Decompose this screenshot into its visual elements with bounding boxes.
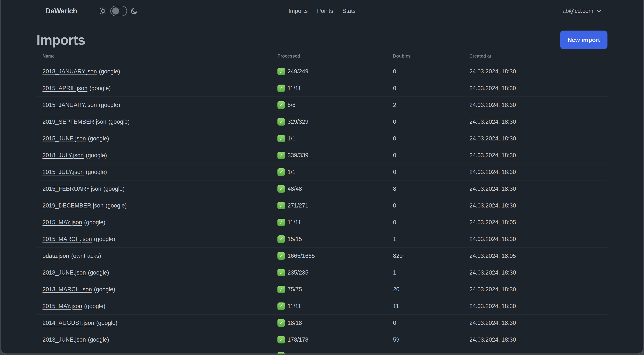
account-menu[interactable]: ab@cd.com: [562, 8, 602, 14]
check-emoji-icon: ✓: [278, 101, 285, 109]
check-emoji-icon: ✓: [278, 235, 285, 243]
created-at: 24.03.2024, 18:30: [470, 186, 608, 192]
created-at: 24.03.2024, 18:30: [470, 286, 608, 293]
app-logo[interactable]: DaWarIch: [46, 7, 77, 15]
processed-cell: ✓ 11/11: [278, 303, 393, 310]
file-source: (google): [99, 102, 120, 108]
processed-cell: ✓ 339/339: [278, 152, 393, 159]
processed-count: 271/271: [288, 202, 308, 209]
file-source: (google): [88, 336, 109, 343]
column-header-processed: Processed: [278, 53, 393, 59]
table-row: 2013_MARCH.json(google) ✓ 75/75 20 24.03…: [36, 281, 608, 298]
doubles-count: 1: [393, 269, 470, 276]
file-link[interactable]: 2015_MAY.json: [42, 219, 82, 226]
main-content: Imports New import Name Processed Double…: [36, 30, 608, 354]
column-header-doubles: Doubles: [393, 53, 470, 59]
chevron-down-icon: [596, 9, 602, 13]
doubles-count: 0: [393, 118, 470, 125]
table-row: 2018_JUNE.json(google) ✓ 235/235 1 24.03…: [36, 264, 608, 281]
file-link[interactable]: 2019_SEPTEMBER.json: [42, 118, 106, 125]
table-row: 2015_APRIL.json(google) ✓ 11/11 0 24.03.…: [36, 80, 608, 96]
nav-link-imports[interactable]: Imports: [288, 8, 308, 14]
file-link[interactable]: 2018_JANUARY.json: [42, 68, 97, 75]
doubles-count: 0: [393, 135, 470, 142]
file-link[interactable]: 2015_JUNE.json: [42, 135, 86, 142]
nav-link-stats[interactable]: Stats: [342, 8, 356, 14]
file-source: (google): [86, 169, 107, 175]
new-import-button[interactable]: New import: [560, 30, 608, 49]
file-link[interactable]: 2015_APRIL.json: [42, 85, 88, 91]
file-source: (google): [84, 303, 106, 309]
created-at: 24.03.2024, 18:05: [470, 253, 608, 259]
processed-cell: ✓ 1/1: [278, 168, 393, 176]
check-emoji-icon: ✓: [278, 286, 285, 293]
processed-cell: ✓ 178/178: [278, 336, 393, 344]
nav-link-points[interactable]: Points: [317, 8, 333, 14]
processed-count: 1/1: [288, 135, 296, 142]
file-source: (google): [94, 286, 115, 293]
created-at: 24.03.2024, 18:30: [470, 269, 608, 276]
created-at: 24.03.2024, 18:30: [470, 85, 608, 92]
column-header-created-at: Created at: [470, 53, 608, 59]
doubles-count: 20: [393, 286, 470, 293]
processed-cell: ✓ 8/8: [278, 101, 393, 109]
navbar: DaWarIch: [1, 0, 643, 22]
main-nav: Imports Points Stats: [288, 8, 356, 14]
account-email: ab@cd.com: [562, 8, 593, 14]
file-link[interactable]: 2013_MARCH.json: [42, 286, 92, 293]
processed-cell: ✓ 48/48: [278, 185, 393, 193]
doubles-count: 0: [393, 219, 470, 226]
name-cell: odata.json(owntracks): [36, 253, 278, 259]
file-source: (google): [99, 68, 120, 75]
created-at: 24.03.2024, 18:30: [470, 202, 608, 209]
name-cell: 2015_MAY.json(google): [36, 303, 278, 310]
processed-cell: ✓ 18/18: [278, 319, 393, 327]
table-row: 2015_JUNE.json(google) ✓ 1/1 0 24.03.202…: [36, 130, 608, 147]
table-row: 2019_DECEMBER.json(google) ✓ 271/271 0 2…: [36, 197, 608, 214]
check-emoji-icon: ✓: [278, 168, 285, 176]
processed-count: 1665/1665: [288, 253, 315, 259]
file-source: (owntracks): [71, 253, 101, 259]
check-emoji-icon: ✓: [278, 152, 285, 159]
file-link[interactable]: 2015_MAY.json: [42, 303, 82, 309]
name-cell: 2013_JUNE.json(google): [36, 336, 278, 343]
processed-count: 48/48: [288, 186, 302, 192]
table-row: 2015_JULY.json(google) ✓ 1/1 0 24.03.202…: [36, 164, 608, 180]
file-link[interactable]: 2019_DECEMBER.json: [42, 202, 104, 209]
check-emoji-icon: ✓: [278, 202, 285, 209]
doubles-count: 820: [393, 253, 470, 259]
processed-count: 329/329: [288, 118, 308, 125]
page-title: Imports: [36, 32, 85, 48]
name-cell: 2018_JUNE.json(google): [36, 269, 278, 276]
created-at: 24.03.2024, 18:30: [470, 152, 608, 159]
imports-table: Name Processed Doubles Created at 2018_J…: [36, 49, 608, 354]
file-link[interactable]: 2014_AUGUST.json: [42, 320, 94, 326]
sun-icon: [99, 7, 107, 15]
created-at: 24.03.2024, 18:30: [470, 135, 608, 142]
processed-cell: ✓ 249/249: [278, 68, 393, 75]
file-link[interactable]: 2015_MARCH.json: [42, 236, 92, 242]
file-link[interactable]: 2018_JUNE.json: [42, 269, 86, 276]
file-link[interactable]: 2015_JULY.json: [42, 169, 84, 175]
table-row: ✓: [36, 348, 608, 354]
table-row: 2014_AUGUST.json(google) ✓ 18/18 0 24.03…: [36, 314, 608, 331]
check-emoji-icon: ✓: [278, 303, 285, 310]
name-cell: [36, 348, 278, 354]
doubles-count: 2: [393, 102, 470, 108]
file-link[interactable]: 2013_JUNE.json: [42, 336, 86, 343]
theme-toggle-group: [99, 6, 138, 16]
file-link[interactable]: 2018_JULY.json: [42, 152, 84, 158]
theme-toggle-switch[interactable]: [110, 6, 127, 16]
name-cell: 2015_MAY.json(google): [36, 219, 278, 226]
check-emoji-icon: ✓: [278, 336, 285, 344]
table-row: 2015_JANUARY.json(google) ✓ 8/8 2 24.03.…: [36, 96, 608, 113]
file-link[interactable]: 2015_JANUARY.json: [42, 102, 97, 108]
file-link[interactable]: odata.json: [42, 253, 69, 259]
processed-cell: ✓ 15/15: [278, 235, 393, 243]
file-link[interactable]: 2015_FEBRUARY.json: [42, 186, 101, 192]
created-at: 24.03.2024, 18:30: [470, 118, 608, 125]
processed-cell: ✓ 271/271: [278, 202, 393, 209]
table-header: Name Processed Doubles Created at: [36, 49, 608, 63]
name-cell: 2015_FEBRUARY.json(google): [36, 186, 278, 192]
name-cell: 2019_SEPTEMBER.json(google): [36, 118, 278, 125]
